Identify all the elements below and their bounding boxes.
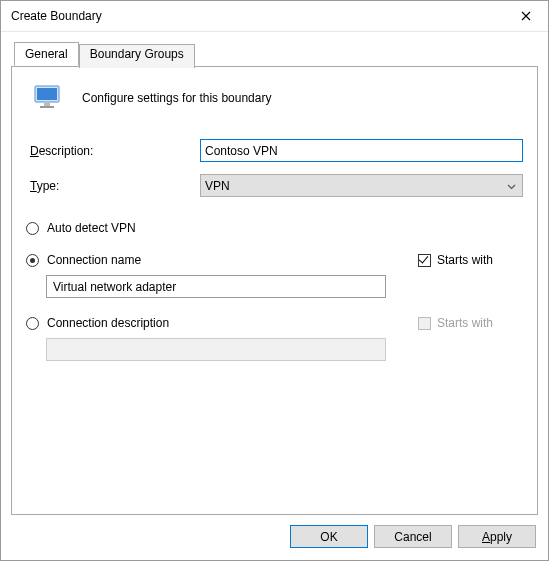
radio-connection-desc[interactable] [26, 317, 39, 330]
connection-name-input-row [46, 275, 523, 298]
radio-connection-name[interactable] [26, 254, 39, 267]
ok-button[interactable]: OK [290, 525, 368, 548]
header-row: Configure settings for this boundary [26, 81, 523, 115]
option-auto-detect-row: Auto detect VPN [26, 221, 523, 235]
checkbox-name-starts-with-label: Starts with [437, 253, 493, 267]
vpn-options: Auto detect VPN Connection name Starts w… [26, 221, 523, 361]
connection-desc-input [46, 338, 386, 361]
tab-panel-general: Configure settings for this boundary Des… [11, 66, 538, 515]
type-select[interactable]: VPN [200, 174, 523, 197]
tabstrip: General Boundary Groups [11, 43, 538, 67]
checkbox-desc-starts-with [418, 317, 431, 330]
header-text: Configure settings for this boundary [82, 91, 271, 105]
type-label: Type: [30, 179, 200, 193]
connection-name-input[interactable] [46, 275, 386, 298]
close-button[interactable] [503, 1, 548, 31]
titlebar: Create Boundary [1, 1, 548, 32]
chevron-down-icon [507, 179, 516, 193]
svg-rect-1 [37, 88, 57, 100]
svg-rect-3 [40, 106, 54, 108]
radio-connection-desc-label: Connection description [47, 316, 169, 330]
checkbox-desc-starts-with-label: Starts with [437, 316, 493, 330]
dialog-create-boundary: Create Boundary General Boundary Groups … [0, 0, 549, 561]
button-bar: OK Cancel Apply [1, 515, 548, 560]
tab-general[interactable]: General [14, 42, 79, 66]
connection-name-starts-with-group: Starts with [418, 253, 493, 267]
radio-connection-name-label: Connection name [47, 253, 141, 267]
connection-desc-input-row [46, 338, 523, 361]
ok-button-label: OK [320, 530, 337, 544]
client-area: General Boundary Groups Configure settin… [1, 32, 548, 515]
description-label: Description: [30, 144, 200, 158]
svg-rect-2 [44, 103, 50, 106]
window-title: Create Boundary [11, 9, 503, 23]
description-input[interactable] [200, 139, 523, 162]
tab-boundary-groups[interactable]: Boundary Groups [79, 44, 195, 68]
radio-auto-detect-label: Auto detect VPN [47, 221, 136, 235]
checkbox-name-starts-with[interactable] [418, 254, 431, 267]
connection-desc-starts-with-group: Starts with [418, 316, 493, 330]
radio-auto-detect[interactable] [26, 222, 39, 235]
cancel-button[interactable]: Cancel [374, 525, 452, 548]
tab-general-label: General [25, 47, 68, 61]
apply-button[interactable]: Apply [458, 525, 536, 548]
option-connection-name-row: Connection name Starts with [26, 253, 523, 267]
close-icon [521, 11, 531, 21]
option-connection-desc-row: Connection description Starts with [26, 316, 523, 330]
tab-groups-label: Boundary Groups [90, 47, 184, 61]
type-select-value: VPN [205, 179, 230, 193]
monitor-icon [32, 81, 66, 115]
cancel-button-label: Cancel [394, 530, 431, 544]
form-grid: Description: Type: VPN [26, 139, 523, 197]
